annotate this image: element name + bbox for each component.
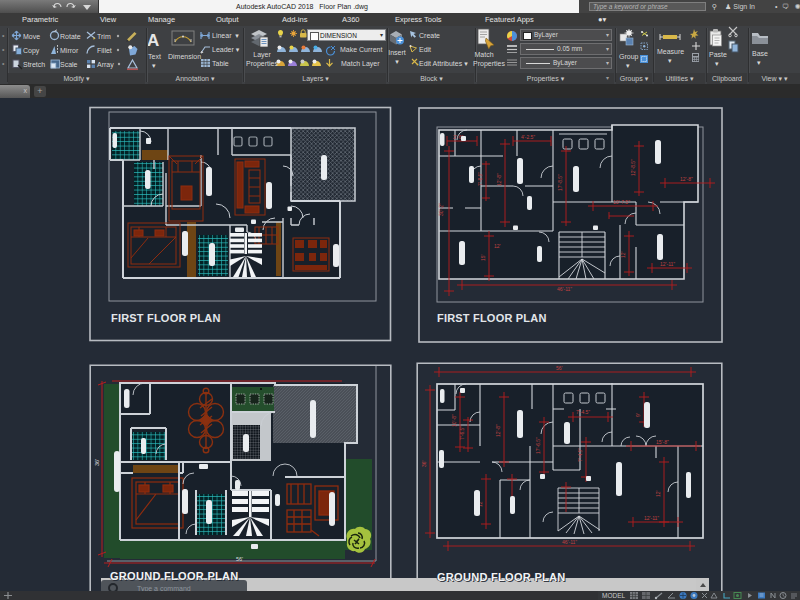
svg-text:FIRST FLOOR PLAN: FIRST FLOOR PLAN [437, 312, 547, 324]
svg-text:15'-8": 15'-8" [656, 439, 669, 445]
svg-text:12'-8": 12'-8" [680, 176, 693, 182]
svg-text:36': 36' [94, 459, 100, 466]
svg-text:36': 36' [421, 460, 427, 467]
svg-text:4'-2.5": 4'-2.5" [521, 134, 535, 140]
svg-text:12': 12' [494, 243, 501, 249]
svg-text:10'-7.5": 10'-7.5" [613, 199, 630, 205]
svg-text:7'-4.5": 7'-4.5" [577, 448, 583, 462]
svg-text:7'-8.5": 7'-8.5" [477, 172, 483, 186]
svg-text:12': 12' [655, 490, 661, 497]
svg-text:12'-11": 12'-11" [660, 261, 675, 267]
svg-text:56': 56' [556, 365, 563, 371]
svg-text:46'-11": 46'-11" [562, 539, 577, 545]
svg-text:12'-11": 12'-11" [644, 515, 659, 521]
svg-text:30'-2": 30'-2" [438, 203, 444, 216]
svg-text:FIRST FLOOR PLAN: FIRST FLOOR PLAN [111, 312, 221, 324]
svg-text:15': 15' [480, 254, 486, 261]
svg-text:9': 9' [635, 413, 641, 417]
svg-text:12'-8.5": 12'-8.5" [630, 159, 636, 176]
svg-text:A: A [147, 31, 159, 50]
svg-text:56': 56' [236, 556, 243, 562]
svg-text:12': 12' [620, 251, 626, 258]
svg-text:17'-8.5": 17'-8.5" [557, 174, 563, 191]
svg-text:7'-6.5": 7'-6.5" [459, 426, 465, 440]
svg-text:7'-4.5": 7'-4.5" [576, 409, 590, 415]
svg-text:46'-11": 46'-11" [557, 286, 572, 292]
svg-text:12'-8": 12'-8" [495, 424, 501, 437]
svg-text:10'-8": 10'-8" [451, 414, 457, 427]
svg-text:12'-8": 12'-8" [496, 173, 502, 186]
svg-text:17'-6.5": 17'-6.5" [535, 437, 541, 454]
